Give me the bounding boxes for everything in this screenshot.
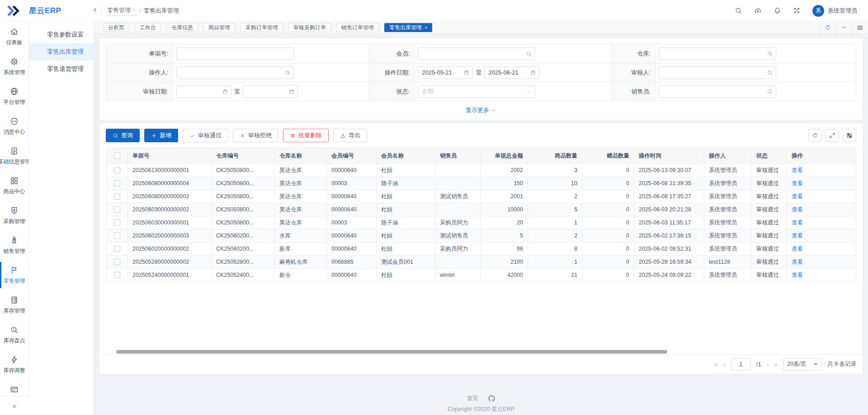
tab[interactable]: 仓库信息 bbox=[166, 23, 198, 32]
submenu-item[interactable]: 零售参数设置 bbox=[29, 26, 94, 43]
sidebar-item-purchase[interactable]: 采购管理 bbox=[0, 201, 28, 230]
auditor-input[interactable] bbox=[659, 66, 776, 79]
member-input[interactable] bbox=[418, 47, 535, 60]
cell: 测试会员001 bbox=[377, 256, 435, 269]
row-select-cell bbox=[106, 229, 128, 242]
maximize-view-icon[interactable] bbox=[852, 22, 868, 33]
reject-button[interactable]: 审核拒绝 bbox=[233, 129, 278, 142]
sidebar-item-globe[interactable]: 平台管理 bbox=[0, 81, 28, 111]
tab-active[interactable]: 零售出库管理× bbox=[384, 23, 432, 32]
view-link[interactable]: 查看 bbox=[792, 233, 803, 239]
breadcrumb-root[interactable]: 零售管理 bbox=[107, 6, 137, 15]
sidebar-item-home[interactable]: 仪表板 bbox=[0, 22, 28, 51]
first-page-button[interactable]: « bbox=[714, 361, 718, 368]
sidebar-item-lightning[interactable]: 库存调整 bbox=[0, 350, 28, 379]
row-checkbox[interactable] bbox=[114, 272, 120, 278]
sidebar-item-flag[interactable]: 零售管理 bbox=[0, 260, 28, 290]
operator-input[interactable] bbox=[176, 66, 294, 79]
row-checkbox[interactable] bbox=[114, 219, 120, 226]
row-checkbox[interactable] bbox=[114, 180, 120, 187]
last-page-button[interactable]: » bbox=[774, 361, 778, 368]
cloud-download-icon[interactable] bbox=[754, 7, 762, 14]
page-input[interactable]: 1 bbox=[731, 359, 751, 370]
cell: 0 bbox=[582, 177, 634, 190]
cell: 202506030000000001 bbox=[128, 216, 212, 229]
home-link[interactable]: 首页 bbox=[467, 395, 478, 402]
view-link[interactable]: 查看 bbox=[792, 193, 803, 200]
sidebar-item-grid[interactable]: 商品中心 bbox=[0, 171, 28, 201]
query-button[interactable]: 查询 bbox=[106, 129, 140, 142]
sidebar-item-message[interactable]: 消息中心 bbox=[0, 111, 28, 141]
submenu-item[interactable]: 零售退货管理 bbox=[29, 61, 94, 78]
row-checkbox[interactable] bbox=[114, 246, 120, 252]
data-table-wrap: 单据号仓库编号仓库名称会员编号会员名称销售员单据总金额商品数量赠品数量操作时间操… bbox=[106, 148, 856, 282]
approve-button[interactable]: 审核通过 bbox=[183, 129, 228, 142]
add-button[interactable]: 新增 bbox=[144, 129, 178, 142]
refresh-table-button[interactable] bbox=[808, 129, 822, 142]
tab[interactable]: 工作台 bbox=[135, 23, 161, 32]
row-actions-cell: 查看 bbox=[787, 177, 856, 190]
prev-page-button[interactable]: ‹ bbox=[723, 361, 726, 368]
columns-setting-button[interactable] bbox=[843, 129, 856, 142]
tab[interactable]: 分析页 bbox=[103, 23, 129, 32]
sidebar-item-label: 平台管理 bbox=[4, 98, 25, 106]
columns-icon bbox=[846, 132, 853, 139]
cell: 202506030000000002 bbox=[128, 203, 212, 216]
batch-delete-button[interactable]: 批量删除 bbox=[283, 129, 329, 142]
row-checkbox[interactable] bbox=[114, 167, 120, 173]
pin-icon[interactable] bbox=[91, 7, 99, 14]
operator-label: 操作人: bbox=[106, 63, 173, 82]
tab-menu-icon[interactable] bbox=[835, 22, 852, 33]
row-checkbox[interactable] bbox=[114, 206, 120, 213]
export-button[interactable]: 导出 bbox=[333, 129, 367, 142]
tab-close-icon[interactable]: × bbox=[425, 23, 427, 32]
scrollbar-thumb[interactable] bbox=[116, 350, 667, 354]
tab[interactable]: 审核采购订单 bbox=[288, 23, 331, 32]
sidebar-item-card[interactable]: 结算管理 bbox=[0, 379, 28, 396]
show-more-link[interactable]: 显示更多 bbox=[466, 106, 496, 114]
cell: 0 bbox=[582, 164, 634, 177]
sidebar-item-cabinet[interactable]: 库存管理 bbox=[0, 290, 28, 320]
row-actions-cell: 查看 bbox=[787, 269, 856, 282]
view-link[interactable]: 查看 bbox=[792, 219, 803, 226]
expand-table-button[interactable] bbox=[826, 129, 839, 142]
search-icon[interactable] bbox=[735, 7, 742, 14]
row-checkbox[interactable] bbox=[114, 259, 120, 265]
column-header[interactable]: 操作时间 bbox=[634, 148, 704, 164]
row-checkbox[interactable] bbox=[114, 193, 120, 200]
warehouse-input[interactable] bbox=[659, 47, 776, 60]
salesperson-input[interactable] bbox=[659, 85, 776, 98]
column-header[interactable]: 单据号 bbox=[128, 148, 212, 164]
tab[interactable]: 销售订单管理 bbox=[336, 23, 379, 32]
next-page-button[interactable]: › bbox=[767, 361, 769, 368]
sidebar-collapse-button[interactable]: « bbox=[0, 396, 29, 415]
app-logo[interactable] bbox=[0, 0, 29, 22]
tab[interactable]: 商品管理 bbox=[203, 23, 235, 32]
fullscreen-icon[interactable] bbox=[793, 7, 801, 14]
submenu-item[interactable]: 零售出库管理 bbox=[29, 43, 94, 61]
sidebar-item-gear[interactable]: 系统管理 bbox=[0, 51, 28, 81]
status-select[interactable]: 全部 bbox=[418, 85, 535, 98]
bill-no-input[interactable] bbox=[176, 47, 294, 60]
cell: 杜娟 bbox=[377, 203, 435, 216]
refresh-tab-icon[interactable] bbox=[819, 22, 835, 33]
sidebar-item-rocket[interactable]: 销售管理 bbox=[0, 230, 28, 260]
view-link[interactable]: 查看 bbox=[792, 180, 803, 187]
cell: 昊达仓库 bbox=[275, 177, 327, 190]
cell: 审核通过 bbox=[752, 242, 787, 256]
view-link[interactable]: 查看 bbox=[792, 206, 803, 213]
github-icon[interactable] bbox=[488, 395, 495, 402]
sidebar-item-document[interactable]: 基础信息管理 bbox=[0, 141, 28, 171]
tab[interactable]: 采购订单管理 bbox=[241, 23, 283, 32]
row-checkbox[interactable] bbox=[114, 233, 120, 239]
page-size-select[interactable]: 20条/页 bbox=[783, 359, 822, 370]
view-link[interactable]: 查看 bbox=[792, 167, 803, 173]
view-link[interactable]: 查看 bbox=[792, 272, 803, 278]
select-all-checkbox[interactable] bbox=[114, 153, 120, 159]
view-link[interactable]: 查看 bbox=[792, 259, 803, 265]
user-menu[interactable]: 系 系统管理员 bbox=[812, 5, 857, 17]
expand-icon bbox=[829, 132, 835, 139]
sidebar-item-stocktake[interactable]: 库存盘点 bbox=[0, 320, 28, 350]
view-link[interactable]: 查看 bbox=[792, 246, 803, 252]
bell-icon[interactable] bbox=[774, 7, 781, 14]
